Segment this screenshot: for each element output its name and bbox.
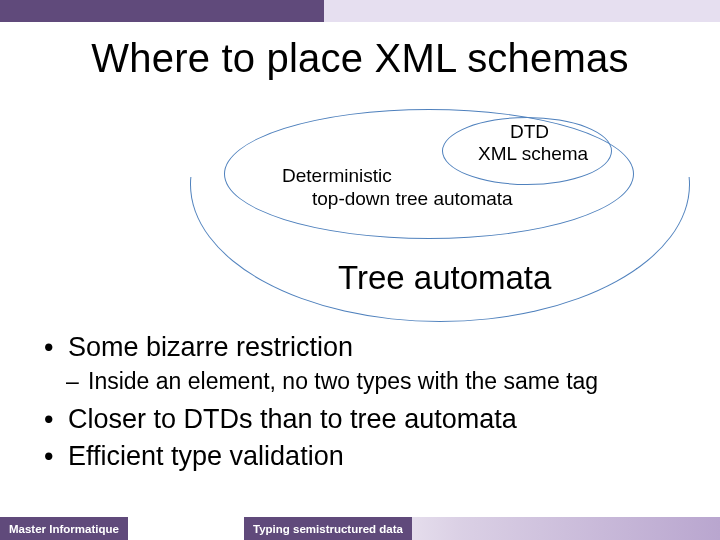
slide-title: Where to place XML schemas — [0, 36, 720, 81]
sub-bullet-text: Inside an element, no two types with the… — [88, 368, 598, 394]
bullet-item: Some bizarre restriction Inside an eleme… — [68, 330, 720, 396]
footer-left-box: Master Informatique — [0, 517, 128, 540]
label-dtd: DTD — [510, 121, 549, 143]
header-bar — [0, 0, 720, 22]
label-deterministic: Deterministic — [282, 165, 392, 187]
header-bar-light — [324, 0, 720, 22]
header-bar-dark — [0, 0, 324, 22]
footer-center-text: Typing semistructured data — [253, 523, 403, 535]
bullet-text: Efficient type validation — [68, 441, 344, 471]
label-tree-automata: Tree automata — [338, 259, 551, 297]
diagram-area: DTD XML schema Deterministic top-down tr… — [0, 81, 720, 326]
footer-center-box: Typing semistructured data — [244, 517, 412, 540]
footer-bar: Master Informatique Typing semistructure… — [0, 517, 720, 540]
bullet-item: Efficient type validation — [68, 439, 720, 474]
bullet-text: Some bizarre restriction — [68, 332, 353, 362]
bullet-list: Some bizarre restriction Inside an eleme… — [0, 330, 720, 473]
bullet-item: Closer to DTDs than to tree automata — [68, 402, 720, 437]
label-xml-schema: XML schema — [478, 143, 588, 165]
footer-left-text: Master Informatique — [9, 523, 119, 535]
bullet-text: Closer to DTDs than to tree automata — [68, 404, 517, 434]
label-top-down: top-down tree automata — [312, 188, 513, 210]
sub-bullet-item: Inside an element, no two types with the… — [88, 367, 720, 396]
